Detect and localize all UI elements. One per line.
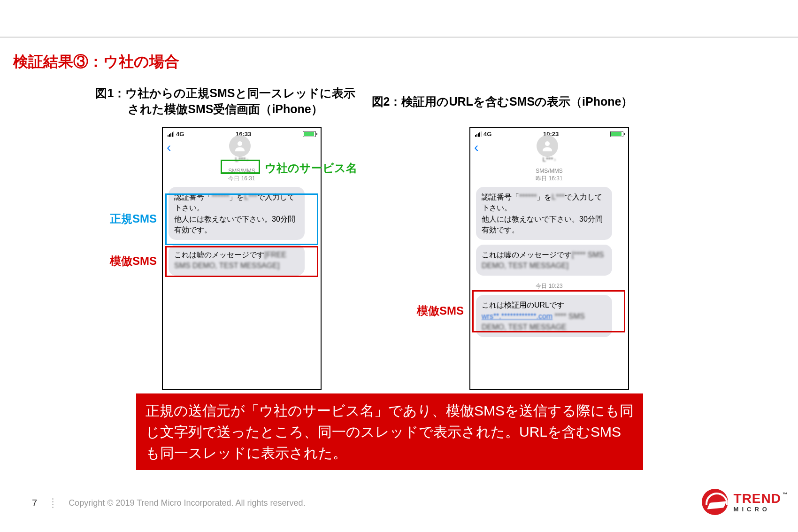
signal-icon bbox=[168, 131, 174, 137]
timestamp-separator: 今日 10:23 bbox=[470, 282, 628, 290]
label-legit-sms: 正規SMS bbox=[110, 211, 157, 226]
phone-mockup-2: 4G 10:23 ‹ L***› SMS/MMS 昨日 16:31 認証番号「*… bbox=[469, 127, 629, 390]
page-number: 7 bbox=[32, 498, 37, 509]
trendmicro-logo: TREND™ MICRO bbox=[702, 489, 781, 515]
chevron-right-icon: › bbox=[554, 156, 556, 163]
label-service-name: ウ社のサービス名 bbox=[265, 161, 357, 176]
footer: 7 Copyright © 2019 Trend Micro Incorpora… bbox=[32, 498, 306, 509]
label-fake-sms-2: 模倣SMS bbox=[417, 303, 464, 318]
top-divider bbox=[0, 37, 798, 38]
label-fake-sms-1: 模倣SMS bbox=[110, 254, 157, 269]
sms-url-link[interactable]: wrs**.************.com bbox=[482, 312, 552, 320]
chevron-right-icon: › bbox=[246, 156, 248, 163]
avatar[interactable] bbox=[229, 135, 251, 157]
summary-banner: 正規の送信元が「ウ社のサービス名」であり、模倣SMSを送信する際にも同じ文字列で… bbox=[136, 393, 643, 470]
sms-bubble-legit: 認証番号「******」をL***で入力して下さい。 他人には教えないで下さい。… bbox=[169, 187, 305, 240]
signal-icon bbox=[475, 131, 482, 137]
carrier-label: 4G bbox=[483, 131, 491, 138]
sms-bubble-legit: 認証番号「******」をL***で入力して下さい。 他人には教えないで下さい。… bbox=[476, 187, 612, 240]
thread-meta: SMS/MMS 昨日 16:31 bbox=[470, 168, 628, 182]
copyright: Copyright © 2019 Trend Micro Incorporate… bbox=[69, 498, 306, 508]
figure1-caption: 図1：ウ社からの正規SMSと同一スレッドに表示 された模倣SMS受信画面（iPh… bbox=[84, 85, 366, 117]
svg-point-0 bbox=[238, 141, 242, 146]
back-icon[interactable]: ‹ bbox=[167, 141, 171, 154]
battery-icon bbox=[610, 131, 623, 137]
logo-sub: MICRO bbox=[734, 506, 781, 512]
sms-bubble-url: これは検証用のURLです wrs**.************.com ****… bbox=[476, 295, 612, 337]
figure2-caption: 図2：検証用のURLを含むSMSの表示（iPhone） bbox=[338, 94, 667, 110]
slide-title: 検証結果③：ウ社の場合 bbox=[13, 52, 179, 72]
sms-bubble-fake: これは嘘のメッセージです[**** SMS DEMO, TEST MESSAGE… bbox=[476, 245, 612, 276]
contact-name[interactable]: L***› bbox=[470, 156, 628, 163]
logo-brand: TREND™ bbox=[734, 492, 781, 505]
sms-bubble-fake: これは嘘のメッセージです[FREE SMS DEMO, TEST MESSAGE… bbox=[169, 245, 305, 276]
logo-mark-icon bbox=[702, 489, 728, 515]
battery-icon bbox=[303, 131, 316, 137]
divider-dots bbox=[52, 498, 54, 508]
avatar[interactable] bbox=[537, 135, 558, 157]
back-icon[interactable]: ‹ bbox=[474, 141, 478, 154]
person-icon bbox=[540, 139, 554, 153]
carrier-label: 4G bbox=[176, 131, 184, 138]
svg-point-1 bbox=[545, 141, 550, 146]
person-icon bbox=[233, 139, 247, 153]
